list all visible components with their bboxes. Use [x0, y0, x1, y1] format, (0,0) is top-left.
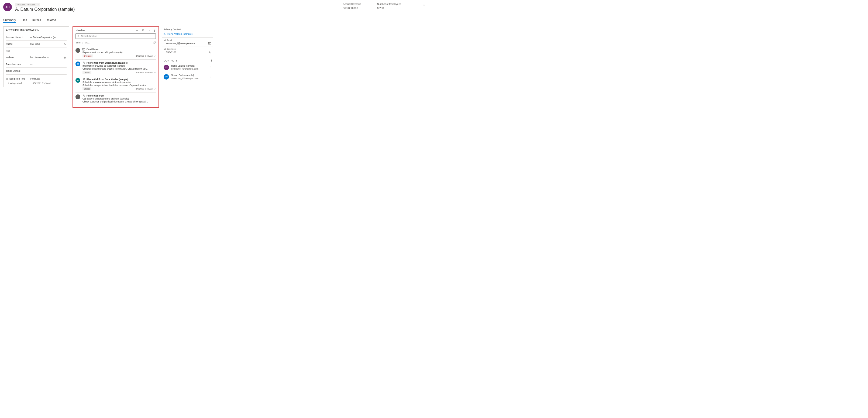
chevron-down-icon[interactable]: [154, 55, 156, 57]
primary-contact-details: Email someone_i@example.com Business 555…: [162, 37, 213, 55]
contact-business-phone-field[interactable]: Business 555-0108: [162, 46, 213, 55]
contact-card-icon: [164, 33, 166, 35]
svg-rect-18: [165, 49, 166, 50]
stat-label: Annual Revenue: [343, 3, 361, 5]
field-ticker[interactable]: Ticker Symbol ---: [6, 68, 67, 74]
globe-icon[interactable]: [64, 56, 66, 59]
field-label: Ticker Symbol: [6, 69, 21, 72]
timeline-avatar: [75, 48, 80, 53]
field-parent-account[interactable]: Parent Account ---: [6, 61, 67, 68]
timeline-search[interactable]: [75, 33, 156, 39]
phone-call-icon: [83, 78, 85, 81]
svg-point-20: [211, 60, 212, 61]
timeline-item[interactable]: Phone Call fromCall back to understand t…: [75, 92, 156, 105]
header-expand-chevron[interactable]: [423, 3, 425, 6]
last-updated-row: Last updated: 4/9/2021 7:43 AM: [6, 81, 67, 85]
contact-more-button[interactable]: [210, 66, 212, 68]
field-website[interactable]: Website http://www.adatum....: [6, 54, 67, 61]
sort-icon: [148, 29, 150, 32]
timeline-search-input[interactable]: [81, 35, 154, 37]
record-title: A. Datum Corporation (sample): [15, 7, 340, 12]
svg-point-12: [78, 35, 79, 36]
timeline-item[interactable]: SBPhone Call from Susan Burk (sample)Inf…: [75, 59, 156, 76]
field-fax[interactable]: Fax ---: [6, 48, 67, 54]
svg-rect-13: [83, 49, 85, 51]
contact-item[interactable]: SBSusan Burk (sample)someone_l@example.c…: [162, 72, 213, 82]
contact-more-button[interactable]: [210, 76, 212, 78]
field-account-name[interactable]: Account Name * A. Datum Corporation (sa.…: [6, 34, 67, 41]
primary-contact-link[interactable]: Rene Valdes (sample): [164, 32, 213, 35]
lock-icon: [164, 39, 166, 41]
stat-label: Number of Employees: [377, 3, 401, 5]
calculator-icon: [6, 78, 8, 80]
primary-contact-section: Primary Contact Rene Valdes (sample) Ema…: [162, 26, 213, 55]
timeline-body: Phone Call fromCall back to understand t…: [83, 94, 156, 103]
timeline-more-button[interactable]: [153, 29, 156, 32]
more-vertical-icon: [210, 76, 212, 78]
tab-strip: Summary Files Details Related: [3, 18, 431, 23]
contacts-more-button[interactable]: [210, 59, 213, 62]
record-header: AD Account: Account A. Datum Corporation…: [3, 3, 431, 12]
timeline-item-description: Checked customer and product information…: [83, 67, 156, 70]
field-value: http://www.adatum....: [30, 56, 52, 59]
timeline-sort-button[interactable]: [148, 29, 150, 32]
entity-type-selector[interactable]: Account: Account: [15, 3, 40, 6]
timeline-filter-button[interactable]: [142, 29, 144, 32]
timeline-avatar: [75, 94, 80, 99]
stat-value: $10,000.000: [343, 7, 361, 10]
contact-email: someone_l@example.com: [171, 77, 208, 80]
tab-related[interactable]: Related: [46, 18, 56, 23]
contacts-section: CONTACTS RVRene Valdes (sample)someone_i…: [162, 58, 213, 82]
record-avatar: AD: [3, 3, 12, 11]
field-value: 555-0158: [30, 42, 40, 45]
field-label: Business: [167, 48, 176, 50]
timeline-item-subject: Replacement product shipped (sample): [83, 51, 156, 54]
contact-name: Rene Valdes (sample): [171, 64, 208, 67]
contact-email: someone_i@example.com: [171, 67, 208, 70]
lock-icon: [164, 48, 166, 50]
timeline-item[interactable]: RVPhone Call from Rene Valdes (sample)Sc…: [75, 76, 156, 92]
tab-files[interactable]: Files: [21, 18, 27, 23]
chevron-down-icon[interactable]: [154, 71, 156, 73]
svg-rect-17: [209, 42, 211, 44]
timeline-item-description: Scheduled an appointment with the custom…: [83, 84, 156, 87]
more-vertical-icon: [210, 66, 212, 68]
field-phone[interactable]: Phone 555-0158: [6, 41, 67, 48]
timeline-add-button[interactable]: [135, 29, 138, 32]
timeline-item-title: Phone Call from: [87, 94, 104, 97]
timeline-status-badge: Closed: [83, 71, 91, 74]
contact-email-field[interactable]: Email someone_i@example.com: [162, 37, 213, 46]
field-value: ---: [30, 69, 33, 72]
timeline-avatar: RV: [75, 78, 80, 83]
chevron-down-icon[interactable]: [154, 88, 156, 90]
mail-icon[interactable]: [208, 42, 211, 44]
stat-annual-revenue: Annual Revenue $10,000.000: [343, 3, 361, 10]
field-value: someone_i@example.com: [166, 42, 195, 45]
tab-summary[interactable]: Summary: [3, 18, 16, 23]
timeline-item-subject: Call back to understand the problem (sam…: [83, 97, 156, 100]
phone-icon[interactable]: [209, 51, 211, 54]
contact-avatar: RV: [164, 65, 169, 70]
field-total-billed: Total Billed Time 0 minutes: [6, 77, 67, 81]
attachment-button[interactable]: [153, 41, 156, 44]
timeline-item-title: Phone Call from Rene Valdes (sample): [87, 78, 128, 81]
contact-item[interactable]: RVRene Valdes (sample)someone_i@example.…: [162, 63, 213, 72]
field-label: Email: [167, 39, 172, 41]
svg-point-15: [164, 33, 165, 34]
required-indicator: *: [22, 36, 23, 38]
field-label: Website: [6, 56, 14, 59]
phone-call-icon: [83, 94, 85, 97]
timeline-item[interactable]: Email fromReplacement product shipped (s…: [75, 46, 156, 59]
timeline-item-title: Phone Call from Susan Burk (sample): [87, 61, 127, 64]
field-value: 555-0108: [166, 51, 176, 54]
last-updated-label: Last updated:: [8, 82, 33, 85]
timeline-note-input[interactable]: Enter a note...: [75, 40, 156, 46]
stat-value: 6,200: [377, 7, 401, 10]
phone-icon[interactable]: [64, 43, 66, 45]
svg-rect-16: [165, 40, 166, 41]
tab-details[interactable]: Details: [32, 18, 41, 23]
timeline-item-date: 3/5/2019 9:49 AM: [135, 71, 156, 73]
chevron-down-icon: [423, 4, 425, 6]
field-label: Parent Account: [6, 63, 22, 65]
svg-point-7: [7, 79, 7, 80]
